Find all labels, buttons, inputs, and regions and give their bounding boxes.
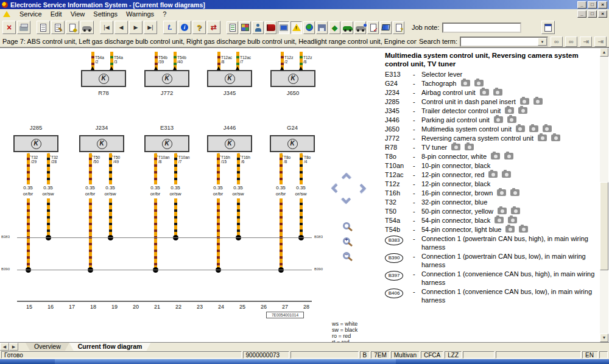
menu-settings[interactable]: Settings <box>89 10 122 18</box>
library-button[interactable] <box>380 21 392 34</box>
window-layout-button[interactable] <box>239 21 251 34</box>
tab-scroll-left-button[interactable]: ◀ <box>0 343 9 351</box>
control-unit[interactable]: T54b/39 T54b/40 K J772 <box>144 52 189 97</box>
maximize-button[interactable]: □ <box>588 1 597 9</box>
camera-icon[interactable] <box>529 125 538 132</box>
menu-edit[interactable]: Edit <box>46 10 66 18</box>
control-unit[interactable]: T12z/2 T12z/8 K J650 <box>270 52 315 97</box>
job-note-send-button[interactable] <box>541 21 555 34</box>
zoom-out-button[interactable]: − <box>343 252 350 259</box>
camera-icon[interactable] <box>461 80 470 86</box>
web-button[interactable] <box>303 21 315 34</box>
save-button[interactable] <box>316 21 328 34</box>
chevron-down-icon[interactable]: ▼ <box>538 38 547 46</box>
camera-icon[interactable] <box>507 116 516 123</box>
camera-icon[interactable] <box>497 189 506 196</box>
menu-service[interactable]: Service <box>15 10 46 18</box>
camera-icon[interactable] <box>510 189 519 196</box>
context-help-button[interactable]: ? <box>393 21 404 34</box>
control-unit-box[interactable]: K <box>207 70 252 87</box>
job-note-input[interactable] <box>442 23 521 33</box>
green-document-button[interactable] <box>227 21 238 34</box>
menu-help[interactable]: ? <box>158 10 171 18</box>
search-down-button[interactable]: ∞ <box>551 37 563 47</box>
help-button[interactable]: ? <box>192 21 206 34</box>
control-unit[interactable]: T12ac/8 T12ac/7 K J345 <box>207 52 252 97</box>
control-unit[interactable]: G24 K T8o/8 T8o/4 0.35or/br 0.35or/sw <box>270 123 315 275</box>
camera-icon[interactable] <box>480 89 489 96</box>
camera-icon[interactable] <box>505 107 514 114</box>
taskbar-button[interactable] <box>55 359 396 364</box>
camera-icon[interactable] <box>504 153 513 159</box>
camera-icon[interactable] <box>451 144 460 150</box>
control-unit-box[interactable]: K <box>13 135 58 152</box>
manuals-button[interactable] <box>265 21 276 34</box>
checklist-button[interactable]: ✓ <box>367 21 379 34</box>
new-document-button[interactable] <box>37 21 50 34</box>
control-unit[interactable]: J285 K T32/29 T32/28 0.35or/br 0.35or/sw <box>13 123 58 275</box>
last-page-button[interactable]: ▶| <box>144 21 157 34</box>
camera-icon[interactable] <box>520 98 529 105</box>
jump-button[interactable]: t. <box>163 21 177 34</box>
windows-taskbar[interactable] <box>0 359 609 364</box>
camera-icon[interactable] <box>493 89 502 96</box>
control-unit-box[interactable]: K <box>270 70 315 87</box>
vertical-scrollbar[interactable]: ▲ ▼ <box>600 48 608 342</box>
menu-view[interactable]: View <box>66 10 90 18</box>
control-unit-box[interactable]: K <box>144 70 189 87</box>
tab-overview[interactable]: Overview <box>26 343 69 351</box>
camera-icon[interactable] <box>508 217 517 223</box>
next-page-button[interactable]: ▶ <box>129 21 143 34</box>
control-unit-box[interactable]: K <box>81 70 126 87</box>
close-button[interactable]: × <box>598 1 607 9</box>
camera-icon[interactable] <box>494 116 503 123</box>
camera-icon[interactable] <box>511 208 520 214</box>
print-button[interactable] <box>17 21 30 34</box>
child-window-icon[interactable] <box>3 11 10 17</box>
camera-icon[interactable] <box>505 226 515 233</box>
camera-icon[interactable] <box>538 135 547 141</box>
vehicle-search-button[interactable] <box>354 21 366 34</box>
camera-icon[interactable] <box>474 80 484 86</box>
compare-button[interactable]: ⇄ <box>207 21 220 34</box>
control-unit-box[interactable]: K <box>270 135 315 152</box>
camera-icon[interactable] <box>519 226 528 233</box>
parts-button[interactable]: ◆ <box>329 21 340 34</box>
info-button[interactable]: i <box>178 21 191 34</box>
child-minimize-button[interactable]: _ <box>577 10 586 18</box>
child-close-button[interactable]: × <box>598 10 607 18</box>
monitor-view-button[interactable] <box>278 21 289 34</box>
scrollbar-thumb[interactable] <box>600 182 608 270</box>
camera-icon[interactable] <box>498 208 507 214</box>
camera-icon[interactable] <box>491 153 500 159</box>
next-hit-button[interactable]: ⇥ <box>580 37 592 47</box>
camera-icon[interactable] <box>533 98 543 105</box>
control-unit[interactable]: T54a/2 T54a/3 K R78 <box>81 52 126 97</box>
prev-hit-button[interactable]: ⇥ <box>594 37 607 47</box>
camera-icon[interactable] <box>516 125 525 132</box>
exit-button[interactable]: × <box>2 21 16 34</box>
camera-icon[interactable] <box>495 217 504 223</box>
vehicle-button[interactable] <box>80 21 94 34</box>
menu-warnings[interactable]: Warnings <box>122 10 158 18</box>
search-up-button[interactable]: ∞ <box>565 37 577 47</box>
control-unit-box[interactable]: K <box>144 135 189 152</box>
zoom-in-button[interactable]: + <box>343 237 350 245</box>
copy-document-button[interactable]: ◆ <box>66 21 79 34</box>
vehicle-data-button[interactable] <box>342 21 353 34</box>
control-unit-box[interactable]: K <box>79 135 124 152</box>
tab-current-flow-diagram[interactable]: Current flow diagram <box>69 343 151 351</box>
camera-icon[interactable] <box>488 171 498 178</box>
control-unit-box[interactable]: K <box>207 135 252 152</box>
minimize-button[interactable]: _ <box>577 1 586 9</box>
camera-icon[interactable] <box>502 171 511 178</box>
tab-scroll-right-button[interactable]: ▶ <box>9 343 18 351</box>
scroll-up-icon[interactable]: ▲ <box>600 48 608 57</box>
camera-icon[interactable] <box>518 107 527 114</box>
control-unit[interactable]: J446 K T16h/15 T16h/6 0.35or/br 0.35or/s… <box>207 123 252 275</box>
camera-icon[interactable] <box>465 144 474 150</box>
search-term-combobox[interactable]: ▼ <box>460 37 548 47</box>
first-page-button[interactable]: |◀ <box>100 21 113 34</box>
warnings-view-button[interactable] <box>290 21 302 34</box>
control-unit[interactable]: J234 K T50/50 T50/49 0.35or/br 0.35or/sw <box>79 123 124 275</box>
